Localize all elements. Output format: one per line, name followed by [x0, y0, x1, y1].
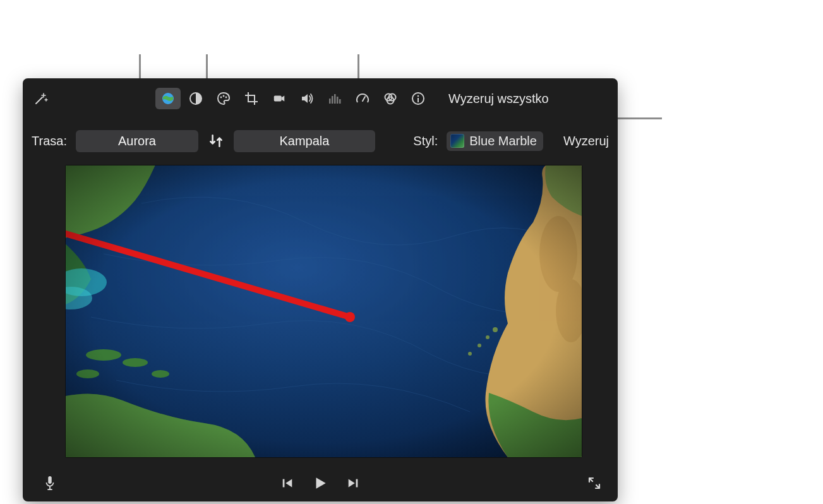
speedometer-icon: [355, 91, 370, 106]
enhance-button[interactable]: [32, 89, 51, 108]
noise-reduction-tab[interactable]: [322, 88, 347, 109]
svg-rect-36: [356, 479, 358, 488]
crop-icon: [244, 91, 259, 106]
callout-line: [139, 54, 141, 80]
svg-point-2: [220, 97, 222, 99]
style-label: Styl:: [413, 134, 438, 148]
svg-rect-17: [418, 98, 419, 102]
reset-style-button[interactable]: Wyzeruj: [563, 134, 609, 148]
route-style-bar: Trasa: Aurora Kampala Styl: Blue Marble …: [23, 128, 618, 154]
toolbar-tabs: [155, 88, 431, 109]
fullscreen-button[interactable]: [585, 474, 604, 493]
map-canvas: [66, 165, 582, 457]
volume-icon: [299, 91, 315, 106]
reset-all-button[interactable]: Wyzeruj wszystko: [448, 92, 549, 106]
contrast-icon: [188, 91, 203, 106]
speed-tab[interactable]: [350, 88, 375, 109]
globe-icon: [160, 91, 176, 106]
svg-rect-8: [334, 94, 336, 104]
svg-rect-31: [66, 165, 582, 457]
svg-point-3: [223, 95, 225, 97]
svg-rect-10: [339, 99, 341, 104]
route-from-field[interactable]: Aurora: [76, 130, 198, 152]
info-icon: [411, 91, 426, 106]
svg-point-4: [225, 97, 227, 99]
svg-rect-35: [283, 479, 285, 488]
top-toolbar: Wyzeruj wszystko: [23, 78, 618, 119]
editor-panel: Wyzeruj wszystko Trasa: Aurora Kampala S…: [23, 78, 618, 501]
svg-rect-6: [329, 99, 331, 104]
next-button[interactable]: [344, 474, 363, 493]
info-tab[interactable]: [405, 88, 431, 109]
microphone-icon: [43, 475, 57, 491]
color-correction-tab[interactable]: [211, 88, 236, 109]
voiceover-button[interactable]: [40, 474, 59, 493]
map-preview: [66, 165, 582, 457]
play-button[interactable]: [311, 474, 330, 493]
previous-button[interactable]: [278, 474, 297, 493]
stabilization-tab[interactable]: [267, 88, 292, 109]
filters-icon: [383, 91, 398, 106]
play-icon: [312, 475, 328, 491]
svg-point-16: [418, 95, 419, 97]
expand-icon: [587, 476, 602, 491]
style-thumbnail: [450, 134, 464, 148]
crop-tab[interactable]: [239, 88, 264, 109]
volume-tab[interactable]: [294, 88, 320, 109]
palette-icon: [216, 91, 231, 106]
route-to-field[interactable]: Kampala: [234, 130, 375, 152]
color-balance-tab[interactable]: [183, 88, 208, 109]
style-value: Blue Marble: [469, 134, 537, 148]
globe-tab[interactable]: [155, 88, 181, 109]
clip-filter-tab[interactable]: [378, 88, 403, 109]
magic-wand-icon: [33, 91, 49, 106]
equalizer-icon: [327, 91, 342, 106]
previous-icon: [280, 476, 294, 490]
svg-rect-7: [332, 96, 333, 104]
playback-controls: [23, 465, 618, 501]
camera-icon: [272, 92, 286, 105]
svg-rect-32: [48, 476, 52, 484]
swap-icon: [208, 133, 224, 149]
next-icon: [346, 476, 360, 490]
svg-rect-5: [274, 95, 282, 101]
style-select[interactable]: Blue Marble: [447, 131, 543, 151]
route-label: Trasa:: [32, 134, 67, 148]
swap-route-button[interactable]: [207, 132, 225, 150]
svg-rect-9: [337, 97, 339, 104]
svg-line-11: [363, 97, 365, 101]
